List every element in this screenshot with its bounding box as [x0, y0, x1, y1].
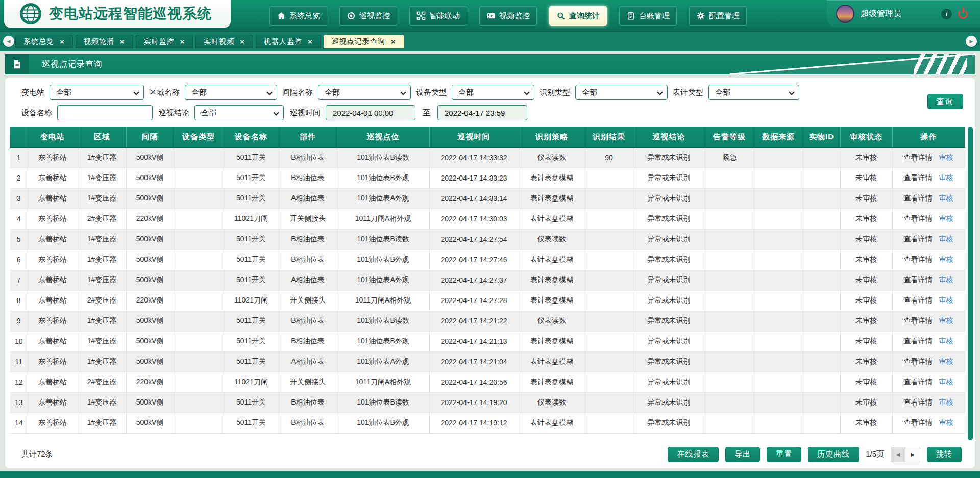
filter-select[interactable]: 全部 [575, 85, 668, 100]
cell-time: 2022-04-17 14:21:04 [429, 351, 519, 372]
audit-link[interactable]: 审核 [939, 418, 953, 426]
audit-link[interactable]: 审核 [939, 357, 953, 365]
table-row[interactable]: 11 东善桥站 1#变压器 500kV侧 5011开关 A相油位表 101油位表… [10, 351, 965, 372]
view-detail-link[interactable]: 查看详情 [904, 418, 933, 426]
view-detail-link[interactable]: 查看详情 [904, 255, 933, 263]
info-icon[interactable]: i [941, 9, 952, 19]
nav-system-overview[interactable]: 系统总览 [270, 6, 327, 26]
tab[interactable]: 实时监控 × [136, 35, 193, 48]
power-icon[interactable] [958, 9, 968, 19]
audit-link[interactable]: 审核 [939, 378, 953, 386]
audit-link[interactable]: 审核 [939, 316, 953, 324]
table-row[interactable]: 14 东善桥站 1#变压器 500kV侧 5011开关 B相油位表 101油位表… [10, 413, 965, 433]
tab[interactable]: 实时视频 × [195, 35, 253, 48]
table-row[interactable]: 2 东善桥站 1#变压器 500kV侧 5011开关 B相油位表 101油位表B… [10, 168, 965, 188]
conclusion-select[interactable]: 全部 [194, 105, 284, 120]
search-icon [556, 11, 566, 20]
cell-bay: 220kV侧 [126, 209, 174, 229]
table-row[interactable]: 1 东善桥站 1#变压器 500kV侧 5011开关 B相油位表 101油位表B… [10, 147, 965, 168]
view-detail-link[interactable]: 查看详情 [904, 296, 933, 304]
close-icon[interactable]: × [180, 38, 185, 45]
tab[interactable]: 系统总览 × [15, 35, 73, 48]
audit-link[interactable]: 审核 [939, 275, 953, 284]
tab-label: 实时视频 [204, 37, 234, 46]
filter-select[interactable]: 全部 [318, 85, 411, 100]
filter-select[interactable]: 全部 [708, 85, 799, 100]
tab[interactable]: 巡视点记录查询 × [324, 35, 404, 48]
table-row[interactable]: 13 东善桥站 1#变压器 500kV侧 5011开关 B相油位表 101油位表… [10, 392, 965, 413]
time-from-input[interactable] [326, 105, 415, 120]
close-icon[interactable]: × [308, 38, 313, 45]
time-to-input[interactable] [437, 105, 527, 120]
footer-action-button[interactable]: 在线报表 [668, 447, 719, 462]
nav-label: 智能联动 [429, 11, 460, 21]
audit-link[interactable]: 审核 [939, 296, 953, 304]
audit-link[interactable]: 审核 [939, 398, 953, 406]
audit-link[interactable]: 审核 [939, 337, 953, 345]
close-icon[interactable]: × [60, 38, 65, 45]
table-row[interactable]: 12 东善桥站 2#变压器 220kV侧 11021刀闸 开关侧接头 1011刀… [10, 372, 965, 392]
next-page-button[interactable]: ▶ [905, 447, 920, 462]
tab[interactable]: 视频轮播 × [76, 35, 133, 48]
cell-device-type [174, 168, 224, 188]
audit-link[interactable]: 审核 [939, 235, 953, 243]
view-detail-link[interactable]: 查看详情 [904, 378, 933, 386]
tab-scroll-left-button[interactable]: ◀ [3, 36, 14, 47]
cell-asset-id [803, 209, 840, 229]
audit-link[interactable]: 审核 [939, 173, 953, 182]
close-icon[interactable]: × [240, 38, 245, 45]
device-name-input[interactable] [57, 105, 153, 120]
jump-button[interactable]: 跳转 [927, 447, 962, 462]
table-row[interactable]: 10 东善桥站 1#变压器 500kV侧 5011开关 B相油位表 101油位表… [10, 331, 965, 351]
view-detail-link[interactable]: 查看详情 [904, 194, 933, 202]
cell-source [754, 311, 803, 331]
table-row[interactable]: 3 东善桥站 1#变压器 500kV侧 5011开关 A相油位表 101油位表A… [10, 188, 965, 209]
table-scrollbar[interactable] [968, 127, 973, 440]
view-detail-link[interactable]: 查看详情 [904, 357, 933, 365]
table-header-label: 识别策略 [535, 132, 568, 141]
close-icon[interactable]: × [120, 38, 125, 45]
table-row[interactable]: 9 东善桥站 1#变压器 500kV侧 5011开关 B相油位表 101油位表B… [10, 311, 965, 331]
view-detail-link[interactable]: 查看详情 [904, 173, 933, 182]
nav-smart-linkage[interactable]: 智能联动 [409, 6, 467, 26]
prev-page-button[interactable]: ◀ [891, 447, 905, 462]
filter-select[interactable]: 全部 [50, 85, 144, 100]
table-row[interactable]: 8 东善桥站 2#变压器 220kV侧 11021刀闸 开关侧接头 1011刀闸… [10, 290, 965, 311]
close-icon[interactable]: × [391, 38, 396, 45]
footer-action-button[interactable]: 历史曲线 [808, 447, 859, 462]
view-detail-link[interactable]: 查看详情 [904, 337, 933, 345]
view-detail-link[interactable]: 查看详情 [904, 398, 933, 406]
tab[interactable]: 机器人监控 × [256, 35, 321, 48]
view-detail-link[interactable]: 查看详情 [904, 235, 933, 243]
avatar[interactable] [836, 5, 854, 23]
cell-audit-status: 未审核 [840, 351, 892, 372]
footer-action-button[interactable]: 导出 [725, 447, 760, 462]
audit-link[interactable]: 审核 [939, 194, 953, 202]
table-row[interactable]: 7 东善桥站 1#变压器 500kV侧 5011开关 A相油位表 101油位表A… [10, 270, 965, 290]
nav-video-monitor[interactable]: 视频监控 [479, 6, 537, 26]
tab-scroll-right-button[interactable]: ▶ [966, 36, 977, 47]
nav-query-stats[interactable]: 查询统计 [549, 6, 607, 26]
filter-select[interactable]: 全部 [185, 85, 277, 100]
audit-link[interactable]: 审核 [939, 255, 953, 263]
view-detail-link[interactable]: 查看详情 [904, 316, 933, 324]
table-row[interactable]: 5 东善桥站 1#变压器 500kV侧 5011开关 B相油位表 101油位表B… [10, 229, 965, 249]
cell-actions: 查看详情 审核 [892, 372, 965, 392]
view-detail-link[interactable]: 查看详情 [904, 214, 933, 222]
audit-link[interactable]: 审核 [939, 153, 953, 161]
search-button[interactable]: 查询 [927, 94, 963, 109]
nav-ledger-management[interactable]: 台账管理 [619, 6, 677, 26]
view-detail-link[interactable]: 查看详情 [904, 275, 933, 284]
table-header-label: 数据来源 [762, 132, 795, 141]
cell-part: B相油位表 [279, 147, 337, 168]
nav-inspection-monitor[interactable]: 巡视监控 [339, 6, 397, 26]
table-row[interactable]: 6 东善桥站 1#变压器 500kV侧 5011开关 B相油位表 101油位表B… [10, 249, 965, 270]
view-detail-link[interactable]: 查看详情 [904, 153, 933, 161]
table-row[interactable]: 4 东善桥站 2#变压器 220kV侧 11021刀闸 开关侧接头 1011刀闸… [10, 209, 965, 229]
filter-select-value: 全部 [458, 88, 474, 97]
nav-config-management[interactable]: 配置管理 [689, 6, 747, 26]
cell-device-type [174, 290, 224, 311]
audit-link[interactable]: 审核 [939, 214, 953, 222]
footer-action-button[interactable]: 重置 [767, 447, 801, 462]
filter-select[interactable]: 全部 [452, 85, 534, 100]
